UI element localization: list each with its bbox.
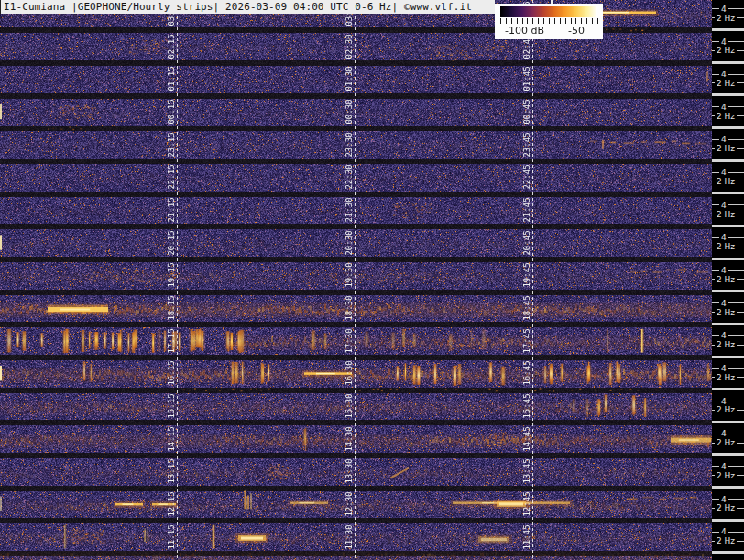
strip-separator-line — [712, 388, 744, 390]
colorbar-tick — [549, 18, 550, 24]
freq-tick-2hz: 2 Hz — [712, 144, 744, 154]
colorbar-tick — [527, 18, 528, 24]
strip-separator-line — [712, 126, 744, 129]
strip-separator-line — [712, 323, 744, 325]
strip-separator-line — [712, 519, 744, 522]
colorbar-tick — [565, 18, 566, 24]
colorbar-tick — [575, 18, 576, 24]
freq-tick-2hz: 2 Hz — [712, 405, 744, 415]
freq-tick-2hz-label: 2 Hz — [717, 405, 735, 414]
title-text: I1-Cumiana |GEOPHONE/Hourly strips| 2026… — [1, 0, 495, 14]
strip-separator-line — [712, 159, 744, 162]
freq-tick-2hz-label: 2 Hz — [717, 471, 735, 480]
freq-tick-2hz-label: 2 Hz — [717, 242, 735, 251]
freq-tick-2hz-label: 2 Hz — [717, 340, 735, 349]
colorbar-gradient — [500, 6, 597, 17]
freq-tick-2hz-label: 2 Hz — [717, 373, 735, 382]
colorbar-max-label: -50 — [568, 25, 585, 37]
colorbar-tick — [543, 18, 544, 24]
colorbar-tick — [597, 18, 598, 24]
freq-tick-2hz: 2 Hz — [712, 78, 744, 88]
freq-tick-2hz-label: 2 Hz — [717, 275, 735, 284]
freq-tick-2hz-label: 2 Hz — [717, 210, 735, 219]
title-bar: I1-Cumiana |GEOPHONE/Hourly strips| 2026… — [0, 0, 495, 14]
strip-separator-line — [712, 453, 744, 456]
colorbar-tick — [571, 18, 572, 24]
strip-separator-line — [712, 93, 744, 96]
colorbar-tick — [586, 18, 587, 24]
colorbar: -100 dB -50 — [495, 4, 603, 39]
freq-tick-2hz-label: 2 Hz — [717, 46, 735, 55]
freq-tick-2hz: 2 Hz — [712, 46, 744, 56]
freq-tick-2hz-label: 2 Hz — [717, 438, 735, 447]
freq-tick-2hz: 2 Hz — [712, 307, 744, 317]
colorbar-tick — [517, 18, 518, 24]
strip-separator-line — [712, 551, 744, 554]
freq-tick-2hz: 2 Hz — [712, 111, 744, 121]
colorbar-tick — [522, 18, 523, 24]
freq-tick-2hz: 2 Hz — [712, 438, 744, 448]
strip-separator-line — [712, 192, 744, 194]
colorbar-ticks — [500, 18, 597, 25]
vlf-hourly-strips-viewer: I1-Cumiana |GEOPHONE/Hourly strips| 2026… — [0, 0, 744, 560]
freq-tick-2hz: 2 Hz — [712, 242, 744, 252]
colorbar-tick — [538, 18, 539, 24]
strip-separator-line — [712, 290, 744, 292]
colorbar-tick — [532, 18, 533, 24]
freq-tick-2hz-label: 2 Hz — [717, 14, 735, 23]
freq-tick-2hz: 2 Hz — [712, 372, 744, 382]
freq-tick-2hz: 2 Hz — [712, 209, 744, 219]
strip-separator-line — [712, 225, 744, 227]
colorbar-tick — [560, 18, 561, 24]
strip-separator-line — [712, 28, 744, 31]
freq-tick-2hz-label: 2 Hz — [717, 503, 735, 512]
strip-separator-line — [712, 421, 744, 423]
colorbar-min-label: -100 dB — [505, 25, 544, 37]
freq-tick-2hz-label: 2 Hz — [717, 177, 735, 186]
strip-separator-line — [712, 486, 744, 489]
strip-separator-line — [712, 356, 744, 358]
freq-tick-2hz: 2 Hz — [712, 176, 744, 186]
colorbar-tick — [500, 18, 501, 24]
freq-tick-2hz: 2 Hz — [712, 340, 744, 350]
colorbar-tick — [592, 18, 593, 24]
freq-tick-2hz: 2 Hz — [712, 503, 744, 513]
strip-separator-line — [712, 258, 744, 260]
spectrogram-canvas — [0, 0, 744, 560]
colorbar-tick — [511, 18, 512, 24]
freq-tick-2hz-label: 2 Hz — [717, 79, 735, 88]
frequency-axis: 42 Hz42 Hz42 Hz42 Hz42 Hz42 Hz42 Hz42 Hz… — [712, 0, 744, 560]
freq-tick-2hz: 2 Hz — [712, 536, 744, 546]
strip-separator-line — [712, 61, 744, 64]
freq-tick-2hz-label: 2 Hz — [717, 144, 735, 153]
freq-tick-2hz-label: 2 Hz — [717, 112, 735, 121]
colorbar-tick — [581, 18, 582, 24]
freq-tick-2hz: 2 Hz — [712, 13, 744, 23]
colorbar-tick — [554, 18, 555, 24]
colorbar-tick — [506, 18, 507, 24]
freq-tick-2hz-label: 2 Hz — [717, 536, 735, 545]
freq-tick-2hz-label: 2 Hz — [717, 308, 735, 317]
freq-tick-2hz: 2 Hz — [712, 274, 744, 284]
freq-tick-2hz: 2 Hz — [712, 470, 744, 480]
